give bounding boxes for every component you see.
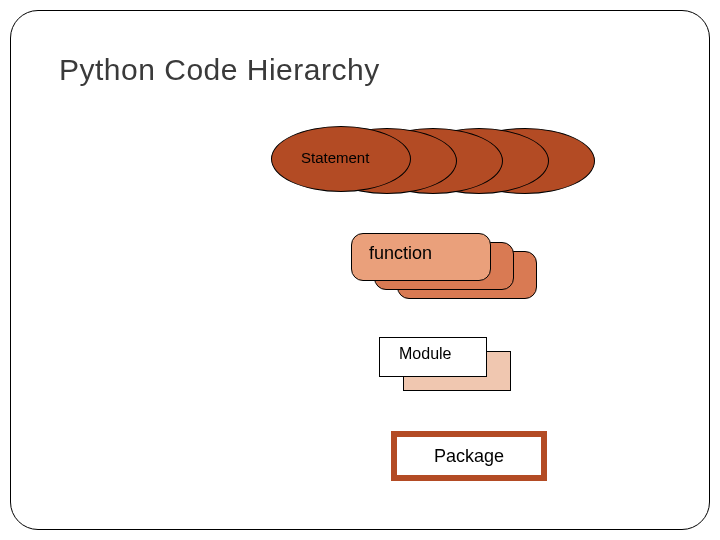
slide-title: Python Code Hierarchy [59,53,380,87]
package-label: Package [434,446,504,467]
function-label: function [369,243,432,264]
module-label: Module [399,345,451,363]
slide-frame: Python Code Hierarchy Statement function… [10,10,710,530]
package-box: Package [391,431,547,481]
statement-label: Statement [301,149,369,166]
